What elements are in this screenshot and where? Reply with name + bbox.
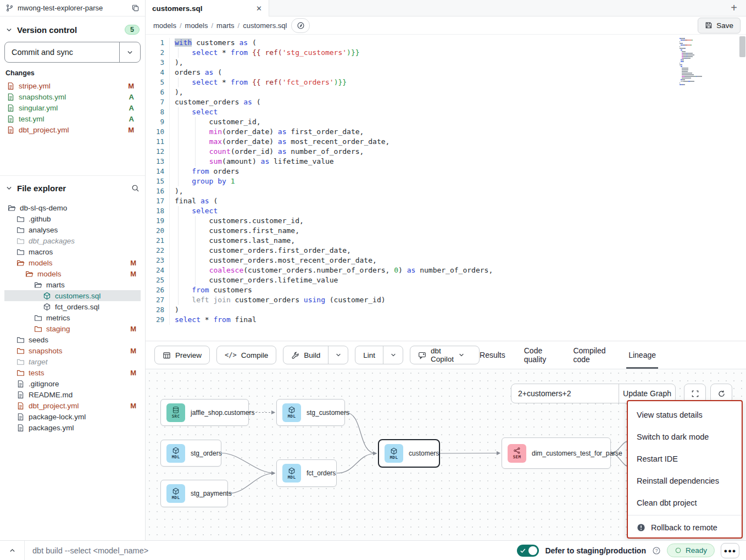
expand-command-bar-icon[interactable] <box>0 547 24 554</box>
indent-guide <box>195 157 196 167</box>
tree-item-readme-md[interactable]: README.md <box>4 389 141 400</box>
action-lint-button[interactable]: Lint <box>355 346 403 364</box>
indent-guide <box>178 295 179 305</box>
menu-item-clean-dbt-project[interactable]: Clean dbt project <box>628 492 742 514</box>
status-badge[interactable]: Ready <box>667 544 715 557</box>
ready-circle-icon <box>675 547 682 554</box>
menu-item-reinstall-dependencies[interactable]: Reinstall dependencies <box>628 470 742 492</box>
collapse-version-control-icon[interactable] <box>5 26 13 34</box>
lineage-edge <box>228 473 275 494</box>
tree-item-seeds[interactable]: seeds <box>4 334 141 345</box>
breadcrumb-item-customers-sql[interactable]: customers.sql <box>243 21 287 30</box>
action-compile-button[interactable]: </>Compile <box>216 346 276 364</box>
action-compile-label[interactable]: </>Compile <box>217 346 276 364</box>
tree-item-customers-sql[interactable]: customers.sql <box>4 290 141 301</box>
more-options-button[interactable]: ●●● <box>721 543 739 558</box>
lineage-node-stg-payments[interactable]: MDLstg_payments <box>160 480 228 507</box>
search-files-icon[interactable] <box>131 184 140 192</box>
menu-item-restart-ide[interactable]: Restart IDE <box>628 448 742 470</box>
tree-item-analyses[interactable]: analyses <box>4 224 141 235</box>
editor-scrollbar[interactable] <box>739 36 745 57</box>
minimap-line <box>680 49 711 51</box>
open-lineage-link-button[interactable] <box>291 18 310 33</box>
tree-item-models[interactable]: modelsM <box>4 268 141 279</box>
action-build-options-chevron[interactable] <box>328 346 348 364</box>
chevron-down-icon[interactable] <box>458 352 471 358</box>
action-build-button[interactable]: Build <box>283 346 348 364</box>
action-preview-label[interactable]: Preview <box>155 346 209 364</box>
tab-compiled-code[interactable]: Compiled code <box>573 341 610 369</box>
close-tab-icon[interactable]: ✕ <box>256 4 262 13</box>
change-file-snapshots-yml[interactable]: snapshots.ymlA <box>4 91 141 102</box>
tree-item-github[interactable]: .github <box>4 213 141 224</box>
tree-item-dbt-project-yml[interactable]: dbt_project.ymlM <box>4 400 141 411</box>
tab-customers-sql[interactable]: customers.sql ✕ <box>146 0 269 16</box>
tab-code-quality[interactable]: Code quality <box>524 341 555 369</box>
menu-item-switch-to-dark-mode[interactable]: Switch to dark mode <box>628 426 742 448</box>
tree-item-snapshots[interactable]: snapshotsM <box>4 345 141 356</box>
tree-item-label: macros <box>29 248 141 256</box>
save-button[interactable]: Save <box>698 18 741 34</box>
tree-item-db-sl-qs-demo[interactable]: db-sl-qs-demo <box>4 202 141 213</box>
commit-options-chevron-icon[interactable] <box>119 42 140 62</box>
lineage-node-stg-orders[interactable]: MDLstg_orders <box>160 440 221 467</box>
tree-item-package-lock-yml[interactable]: package-lock.yml <box>4 411 141 422</box>
code-line-text: customers.first_name, <box>175 226 673 236</box>
tree-item-gitignore[interactable]: .gitignore <box>4 378 141 389</box>
tree-item-fct-orders-sql[interactable]: fct_orders.sql <box>4 301 141 312</box>
tree-status-badge: M <box>130 369 141 377</box>
line-number: 2 <box>146 48 170 58</box>
change-file-dbt-project-yml[interactable]: dbt_project.ymlM <box>4 124 141 135</box>
tree-item-dbt-packages[interactable]: dbt_packages <box>4 235 141 246</box>
lineage-canvas[interactable]: SRCjaffle_shop.customersMDLstg_customers… <box>146 369 746 540</box>
tree-item-label: customers.sql <box>55 292 141 300</box>
indent-guide <box>195 147 196 157</box>
defer-toggle[interactable] <box>517 545 539 557</box>
breadcrumb-item-marts[interactable]: marts <box>216 21 235 30</box>
command-input[interactable] <box>25 546 517 555</box>
action-build-label[interactable]: Build <box>283 346 328 364</box>
lineage-node-fct-orders[interactable]: MDLfct_orders <box>276 459 337 487</box>
lineage-node-customers[interactable]: MDLcustomers <box>378 439 440 468</box>
code-line: 17final as ( <box>146 196 673 206</box>
action-dbt-copilot-button[interactable]: dbt Copilot <box>410 346 480 364</box>
tree-item-macros[interactable]: macros <box>4 246 141 257</box>
commit-and-sync-button[interactable]: Commit and sync <box>4 42 141 63</box>
tree-item-marts[interactable]: marts <box>4 279 141 290</box>
breadcrumb-item-models[interactable]: models <box>185 21 208 30</box>
change-file-test-yml[interactable]: test.ymlA <box>4 113 141 124</box>
tree-item-metrics[interactable]: metrics <box>4 312 141 323</box>
minimap-line <box>680 76 711 77</box>
change-file-name: test.yml <box>19 115 125 123</box>
change-file-stripe-yml[interactable]: stripe.ymlM <box>4 80 141 91</box>
model-icon: MDL <box>385 444 403 463</box>
tab-lineage[interactable]: Lineage <box>628 341 656 369</box>
action-lint-label[interactable]: Lint <box>355 346 383 364</box>
lineage-selector-input[interactable] <box>511 384 619 403</box>
tree-item-packages-yml[interactable]: packages.yml <box>4 422 141 433</box>
tab-results[interactable]: Results <box>480 341 505 369</box>
indent-guide <box>195 117 196 127</box>
tree-item-staging[interactable]: stagingM <box>4 323 141 334</box>
model-icon: MDL <box>166 484 185 503</box>
action-preview-button[interactable]: Preview <box>154 346 210 364</box>
collapse-file-explorer-icon[interactable] <box>5 185 13 192</box>
tree-item-tests[interactable]: testsM <box>4 367 141 378</box>
breadcrumb-item-models[interactable]: models <box>153 21 176 30</box>
new-tab-button[interactable]: + <box>722 0 746 16</box>
tree-item-label: target <box>29 358 141 366</box>
lineage-node-dim-customers-test-for-parse[interactable]: SEMdim_customers_test_for_parse <box>502 437 611 469</box>
action-lint-options-chevron[interactable] <box>383 346 403 364</box>
menu-item-rollback-to-remote[interactable]: Rollback to remote <box>628 517 742 539</box>
tree-item-models[interactable]: modelsM <box>4 257 141 268</box>
code-editor[interactable]: 1with customers as (2 select * from {{ r… <box>146 34 746 341</box>
tree-item-target[interactable]: target <box>4 356 141 367</box>
menu-item-view-status-details[interactable]: View status details <box>628 404 742 426</box>
change-file-singular-yml[interactable]: singular.ymlA <box>4 102 141 113</box>
action-dbt-copilot-label[interactable]: dbt Copilot <box>410 346 479 364</box>
code-line-text: customer_orders.first_order_date, <box>175 246 673 256</box>
tree-status-badge: M <box>130 259 141 267</box>
code-line-text: count(order_id) as number_of_orders, <box>175 147 673 157</box>
copy-branch-icon[interactable] <box>131 4 140 12</box>
help-icon[interactable]: ? <box>652 546 661 555</box>
